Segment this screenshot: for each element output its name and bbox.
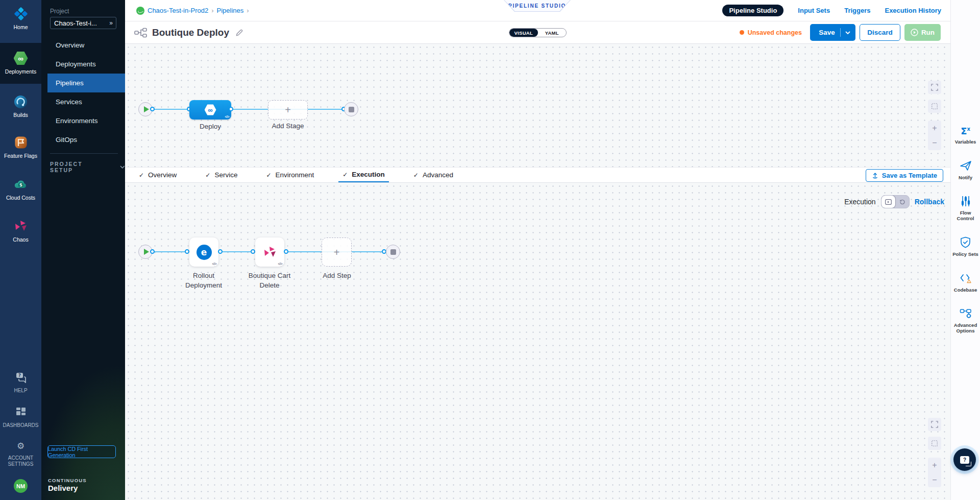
rail-item-flow-control[interactable]: Flow Control bbox=[952, 196, 979, 221]
pipeline-end-node[interactable] bbox=[344, 102, 358, 116]
rollback-link[interactable]: Rollback bbox=[915, 198, 944, 206]
rail-item-variables[interactable]: Σx Variables bbox=[952, 125, 979, 145]
rail-item-advanced-options[interactable]: Advanced Options bbox=[952, 308, 979, 334]
menu-item-gitops[interactable]: GitOps bbox=[41, 130, 125, 149]
unsaved-dot-icon bbox=[740, 30, 744, 35]
menu-item-deployments[interactable]: Deployments bbox=[41, 55, 125, 74]
page-title: Boutique Deploy bbox=[152, 27, 229, 38]
rail-item-notify[interactable]: Notify bbox=[952, 160, 979, 181]
execution-graph-canvas[interactable]: Execution Rollback e </> bbox=[125, 183, 950, 500]
sidebar-item-help[interactable]: ? HELP bbox=[0, 370, 41, 394]
sidebar-item-label: Deployments bbox=[0, 68, 41, 75]
menu-item-services[interactable]: Services bbox=[41, 92, 125, 111]
zoom-in-button[interactable]: + bbox=[928, 458, 941, 472]
rail-item-codebase[interactable]: Codebase bbox=[952, 273, 979, 293]
edit-pencil-icon[interactable] bbox=[235, 29, 243, 37]
project-sidebar: Project Chaos-Test-i... » Overview Deplo… bbox=[41, 0, 125, 500]
step-name-label: Rollout Deployment bbox=[178, 271, 229, 290]
help-chat-fab[interactable]: ? bbox=[953, 448, 976, 471]
cloud-costs-icon: $ bbox=[0, 177, 41, 192]
sidebar-item-dashboards[interactable]: DASHBOARDS bbox=[0, 404, 41, 428]
project-setup-section[interactable]: PROJECT SETUP bbox=[50, 161, 125, 173]
visual-yaml-toggle[interactable]: VISUAL YAML bbox=[509, 28, 567, 37]
stage-graph-canvas[interactable]: ∞ </> + Deploy Add Stage + − bbox=[125, 44, 950, 167]
save-as-template-button[interactable]: Save as Template bbox=[866, 169, 943, 182]
run-button[interactable]: Run bbox=[904, 24, 941, 41]
step-node-rollout-deployment[interactable]: e </> bbox=[189, 237, 218, 267]
sidebar-item-account-settings[interactable]: ⚙ ACCOUNT SETTINGS bbox=[0, 438, 41, 467]
flow-control-sliders-icon bbox=[961, 196, 971, 207]
execution-end-node[interactable] bbox=[386, 245, 400, 259]
execution-mode-row: Execution Rollback bbox=[844, 195, 944, 208]
save-dropdown-chevron-icon[interactable] bbox=[841, 31, 855, 34]
canvas-fullscreen-button[interactable] bbox=[928, 418, 941, 431]
execution-rollback-toggle[interactable] bbox=[881, 195, 910, 208]
sidebar-item-chaos[interactable]: Chaos bbox=[0, 219, 41, 243]
advanced-options-icon bbox=[960, 308, 972, 319]
sidebar-item-feature-flags[interactable]: Feature Flags bbox=[0, 135, 41, 159]
menu-item-pipelines[interactable]: Pipelines bbox=[47, 74, 125, 92]
tab-overview[interactable]: ✓Overview bbox=[135, 168, 181, 182]
plus-icon: + bbox=[285, 105, 291, 115]
breadcrumb-pipelines-link[interactable]: Pipelines bbox=[217, 7, 244, 14]
zoom-out-button[interactable]: − bbox=[928, 472, 941, 487]
launch-cd-first-gen-button[interactable]: Launch CD First Generation bbox=[47, 445, 116, 458]
breadcrumb-project-link[interactable]: Chaos-Test-in-Prod2 bbox=[148, 7, 208, 14]
menu-item-overview[interactable]: Overview bbox=[41, 36, 125, 55]
step-node-boutique-cart-delete[interactable]: </> bbox=[255, 237, 284, 267]
toggle-visual[interactable]: VISUAL bbox=[509, 29, 538, 37]
menu-item-environments[interactable]: Environments bbox=[41, 111, 125, 130]
project-selector[interactable]: Chaos-Test-i... » bbox=[50, 17, 116, 29]
save-button[interactable]: Save bbox=[810, 24, 855, 41]
breadcrumb-separator: › bbox=[211, 7, 213, 14]
rail-item-policy-sets[interactable]: Policy Sets bbox=[952, 236, 979, 257]
project-selector-value: Chaos-Test-i... bbox=[54, 19, 109, 27]
avatar[interactable]: NM bbox=[14, 479, 28, 493]
execution-view-icon bbox=[885, 199, 892, 205]
sidebar-item-deployments[interactable]: ∞ Deployments bbox=[0, 43, 41, 84]
tab-execution-history[interactable]: Execution History bbox=[885, 7, 941, 14]
execution-mode-label: Execution bbox=[844, 198, 875, 206]
pipeline-header-row: Boutique Deploy VISUAL YAML Unsaved chan… bbox=[125, 21, 950, 44]
canvas-fullscreen-button[interactable] bbox=[928, 81, 941, 94]
canvas-fit-button[interactable] bbox=[928, 437, 941, 450]
discard-button[interactable]: Discard bbox=[860, 24, 900, 41]
tab-execution[interactable]: ✓Execution bbox=[338, 168, 389, 182]
zoom-out-button[interactable]: − bbox=[928, 135, 941, 150]
plus-icon: + bbox=[334, 247, 340, 257]
module-kicker: CONTINUOUS bbox=[48, 478, 87, 483]
tab-triggers[interactable]: Triggers bbox=[844, 7, 870, 14]
stage-node-deploy[interactable]: ∞ </> bbox=[189, 100, 231, 120]
add-step-button[interactable]: + bbox=[322, 237, 352, 267]
add-stage-button[interactable]: + bbox=[268, 100, 308, 120]
svg-text:?: ? bbox=[18, 373, 21, 378]
sidebar-item-home[interactable]: Home bbox=[0, 6, 41, 30]
execution-mode-button[interactable] bbox=[881, 196, 895, 208]
tab-input-sets[interactable]: Input Sets bbox=[798, 7, 830, 14]
tab-advanced[interactable]: ✓Advanced bbox=[409, 168, 457, 182]
tab-environment[interactable]: ✓Environment bbox=[262, 168, 318, 182]
sidebar-watermark bbox=[41, 331, 125, 500]
connector-dot bbox=[251, 249, 255, 254]
module-name: Delivery bbox=[48, 484, 87, 492]
sidebar-item-label: DASHBOARDS bbox=[0, 422, 41, 428]
step-name-label: Boutique Cart Delete bbox=[244, 271, 295, 290]
toggle-yaml[interactable]: YAML bbox=[538, 29, 567, 37]
expand-chevrons-icon[interactable]: » bbox=[109, 19, 112, 27]
svg-text:$: $ bbox=[19, 182, 22, 187]
sidebar-item-builds[interactable]: Builds bbox=[0, 94, 41, 118]
user-avatar-item[interactable]: NM bbox=[0, 479, 41, 493]
rollback-mode-button[interactable] bbox=[895, 196, 909, 208]
tab-pipeline-studio[interactable]: Pipeline Studio bbox=[722, 5, 783, 16]
fit-selection-icon bbox=[931, 440, 938, 447]
variables-icon: Σx bbox=[961, 125, 970, 136]
sidebar-item-cloud-costs[interactable]: $ Cloud Costs bbox=[0, 177, 41, 201]
module-sidebar: Home ∞ Deployments Builds Feature Flags … bbox=[0, 0, 41, 500]
check-icon: ✓ bbox=[342, 171, 348, 178]
chaos-experiment-icon bbox=[263, 245, 277, 259]
breadcrumb-row: Chaos-Test-in-Prod2 › Pipelines › PIPELI… bbox=[125, 0, 950, 21]
canvas-fit-button[interactable] bbox=[928, 100, 941, 113]
tab-service[interactable]: ✓Service bbox=[201, 168, 241, 182]
sidebar-item-label: Builds bbox=[0, 112, 41, 118]
zoom-in-button[interactable]: + bbox=[928, 121, 941, 135]
